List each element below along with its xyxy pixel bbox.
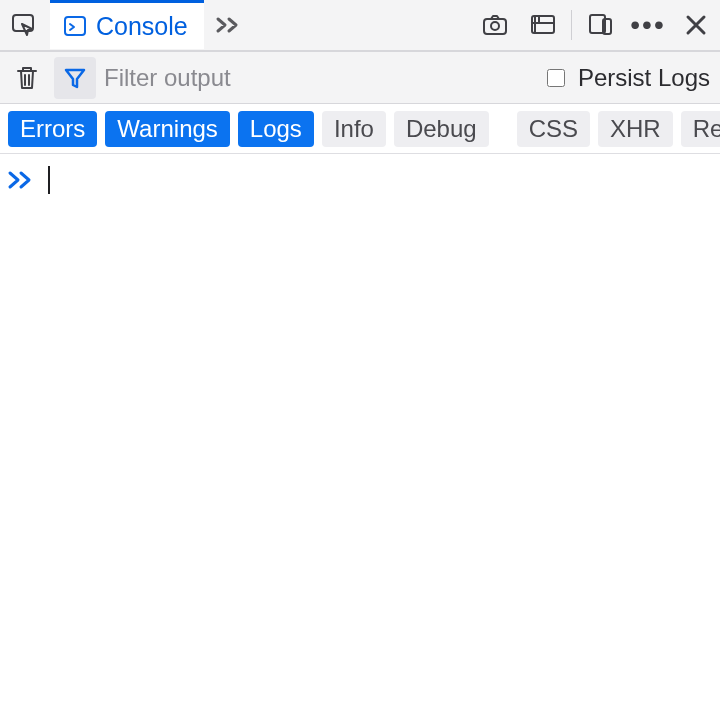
close-devtools-button[interactable]	[672, 1, 720, 49]
clear-console-button[interactable]	[6, 57, 48, 99]
filter-requests[interactable]: Requests	[681, 111, 720, 147]
tab-console[interactable]: Console	[50, 0, 204, 49]
devtools-tab-bar: Console •••	[0, 0, 720, 52]
console-toolbar: Persist Logs	[0, 52, 720, 104]
console-output-area[interactable]	[0, 154, 720, 206]
filter-css[interactable]: CSS	[517, 111, 590, 147]
toggle-filter-button[interactable]	[54, 57, 96, 99]
separator	[571, 10, 572, 40]
responsive-design-button[interactable]	[519, 1, 567, 49]
filter-logs[interactable]: Logs	[238, 111, 314, 147]
persist-logs-checkbox[interactable]	[547, 69, 565, 87]
svg-point-3	[491, 22, 499, 30]
dock-side-button[interactable]	[576, 1, 624, 49]
prompt-icon	[6, 168, 36, 192]
filter-xhr[interactable]: XHR	[598, 111, 673, 147]
tabs-overflow-button[interactable]	[206, 12, 250, 38]
svg-rect-1	[65, 17, 85, 35]
console-icon	[62, 13, 88, 39]
persist-logs-toggle[interactable]: Persist Logs	[543, 64, 710, 92]
persist-logs-label: Persist Logs	[578, 64, 710, 92]
console-input-line[interactable]	[6, 162, 714, 198]
filter-warnings[interactable]: Warnings	[105, 111, 229, 147]
filter-debug[interactable]: Debug	[394, 111, 489, 147]
filter-output-input[interactable]	[102, 58, 537, 98]
tab-console-label: Console	[96, 12, 188, 41]
filter-errors[interactable]: Errors	[8, 111, 97, 147]
filter-info[interactable]: Info	[322, 111, 386, 147]
log-category-bar: Errors Warnings Logs Info Debug CSS XHR …	[0, 104, 720, 154]
element-picker-button[interactable]	[0, 1, 48, 49]
screenshot-button[interactable]	[471, 1, 519, 49]
text-caret	[48, 166, 50, 194]
meatball-menu-button[interactable]: •••	[624, 1, 672, 49]
